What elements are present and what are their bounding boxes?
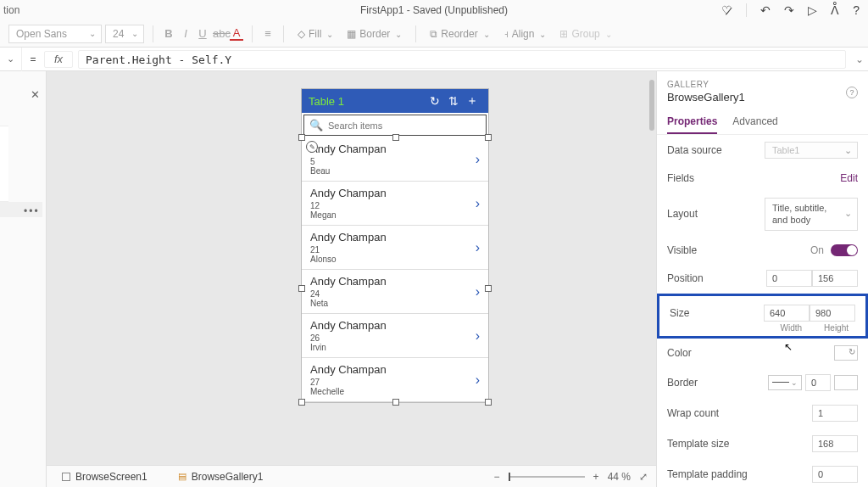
gallery-item[interactable]: Andy Champan12Megan›	[302, 182, 488, 226]
prop-fields: Fields Edit	[667, 165, 858, 191]
add-icon[interactable]: ＋	[463, 93, 481, 109]
position-y-input[interactable]	[812, 270, 858, 287]
item-number: 26	[310, 333, 480, 343]
item-name: Andy Champan	[310, 187, 480, 199]
crumb-screen[interactable]: BrowseScreen1	[55, 469, 154, 484]
prop-template-size: Template size	[667, 428, 858, 459]
wrap-count-input[interactable]	[812, 405, 858, 422]
color-picker[interactable]: ↻	[834, 345, 858, 361]
position-x-input[interactable]	[766, 270, 812, 287]
formula-expand-icon[interactable]: ⌄	[851, 53, 868, 65]
prop-size: Size Width Height	[657, 294, 868, 339]
chevron-right-icon[interactable]: ›	[476, 240, 480, 255]
control-name[interactable]: BrowseGallery1	[667, 91, 858, 104]
item-number: 21	[310, 245, 480, 255]
title-actions: ♡̷ ↶ ↷ ▷ ᐰ ?	[721, 3, 860, 17]
border-color-picker[interactable]	[834, 375, 858, 390]
text-align-icon[interactable]: ≡	[261, 27, 275, 40]
strikethrough-icon[interactable]: abc	[213, 27, 226, 40]
undo-icon[interactable]: ↶	[760, 3, 771, 17]
size-width-input[interactable]	[764, 305, 810, 322]
template-size-input[interactable]	[812, 435, 858, 452]
sort-icon[interactable]: ⇅	[444, 94, 463, 108]
title-bar: tion FirstApp1 - Saved (Unpublished) ♡̷ …	[0, 0, 868, 20]
chevron-right-icon[interactable]: ›	[476, 196, 480, 211]
equals-label: =	[22, 53, 44, 65]
size-height-label: Height	[824, 323, 849, 333]
share-icon[interactable]: ᐰ	[831, 3, 839, 17]
crumb-gallery[interactable]: ▤BrowseGallery1	[171, 469, 270, 484]
refresh-icon[interactable]: ↻	[426, 94, 444, 108]
formula-input[interactable]: Parent.Height - Self.Y	[78, 50, 846, 69]
fields-edit-link[interactable]: Edit	[840, 172, 858, 184]
underline-icon[interactable]: U	[196, 27, 209, 40]
fx-label[interactable]: fx	[44, 51, 73, 68]
search-box[interactable]: 🔍	[303, 115, 487, 136]
zoom-in-icon[interactable]: +	[593, 471, 599, 483]
fill-button[interactable]: ◇Fill	[292, 26, 338, 42]
properties-panel: GALLERY BrowseGallery1 ? Properties Adva…	[656, 71, 868, 487]
chevron-right-icon[interactable]: ›	[476, 328, 480, 344]
bold-icon[interactable]: B	[162, 27, 175, 40]
edit-template-icon[interactable]: ✎	[306, 141, 318, 153]
help-icon[interactable]: ?	[853, 3, 860, 17]
item-subtitle: Neta	[310, 299, 480, 308]
italic-icon[interactable]: I	[179, 27, 192, 40]
gallery-item[interactable]: Andy Champan27Mechelle›	[302, 358, 488, 402]
reorder-button[interactable]: ⧉Reorder	[425, 26, 494, 42]
font-size-select[interactable]: 24	[105, 25, 144, 43]
property-dropdown[interactable]: ⌄	[0, 48, 22, 71]
gallery-item[interactable]: Andy Champan21Alonso›	[302, 226, 488, 270]
chevron-right-icon[interactable]: ›	[476, 372, 480, 388]
canvas-area: Table 1 ↻ ⇅ ＋ 🔍 ✎Andy Champan5Beau›Andy …	[47, 71, 656, 487]
template-padding-input[interactable]	[812, 466, 858, 483]
item-subtitle: Alonso	[310, 255, 480, 264]
prop-visible: Visible On	[667, 238, 858, 263]
gallery-item[interactable]: ✎Andy Champan5Beau›	[302, 137, 488, 182]
tab-advanced[interactable]: Advanced	[732, 115, 777, 134]
item-name: Andy Champan	[310, 275, 480, 288]
align-button[interactable]: ⫞Align	[498, 26, 552, 42]
tree-item-more-icon[interactable]: •••	[24, 205, 40, 217]
search-input[interactable]	[328, 120, 481, 131]
search-icon: 🔍	[309, 119, 323, 132]
close-panel-icon[interactable]: ✕	[31, 88, 40, 101]
zoom-out-icon[interactable]: −	[494, 471, 500, 483]
item-subtitle: Mechelle	[310, 387, 480, 396]
gallery-item[interactable]: Andy Champan24Neta›	[302, 270, 488, 314]
fit-screen-icon[interactable]: ⤢	[639, 471, 648, 483]
border-style-select[interactable]	[768, 375, 802, 390]
control-type-label: GALLERY	[667, 80, 858, 89]
data-source-select[interactable]: Table1	[765, 142, 858, 159]
play-icon[interactable]: ▷	[808, 3, 817, 17]
layout-select[interactable]: Title, subtitle, and body	[765, 198, 858, 231]
item-number: 27	[310, 378, 480, 387]
font-family-select[interactable]: Open Sans	[8, 25, 102, 43]
zoom-slider[interactable]	[509, 476, 585, 478]
prop-template-padding: Template padding	[667, 459, 858, 487]
phone-preview[interactable]: Table 1 ↻ ⇅ ＋ 🔍 ✎Andy Champan5Beau›Andy …	[301, 88, 489, 403]
panel-help-icon[interactable]: ?	[846, 87, 858, 98]
size-height-input[interactable]	[810, 305, 855, 322]
prop-color: Color ↻	[667, 339, 858, 367]
border-weight-input[interactable]	[805, 374, 831, 391]
font-color-icon[interactable]: A	[230, 26, 243, 41]
item-number: 5	[310, 157, 480, 166]
redo-icon[interactable]: ↷	[784, 3, 794, 17]
app-checker-icon[interactable]: ♡̷	[721, 3, 732, 17]
prop-data-source: Data source Table1	[667, 135, 858, 165]
visible-toggle[interactable]	[831, 244, 858, 256]
tab-properties[interactable]: Properties	[667, 115, 717, 134]
app-header: Table 1 ↻ ⇅ ＋	[302, 89, 488, 113]
panel-tabs: Properties Advanced	[657, 110, 868, 135]
item-subtitle: Megan	[310, 210, 480, 220]
border-button[interactable]: ▦Border	[342, 26, 407, 42]
app-title: FirstApp1 - Saved (Unpublished)	[360, 4, 508, 16]
prop-position: Position	[667, 263, 858, 294]
item-name: Andy Champan	[310, 363, 480, 376]
chevron-right-icon[interactable]: ›	[476, 284, 480, 299]
chevron-right-icon[interactable]: ›	[476, 152, 480, 167]
item-name: Andy Champan	[310, 231, 480, 244]
gallery-item[interactable]: Andy Champan26Irvin›	[302, 314, 488, 358]
group-button[interactable]: ⊞Group	[554, 26, 616, 42]
